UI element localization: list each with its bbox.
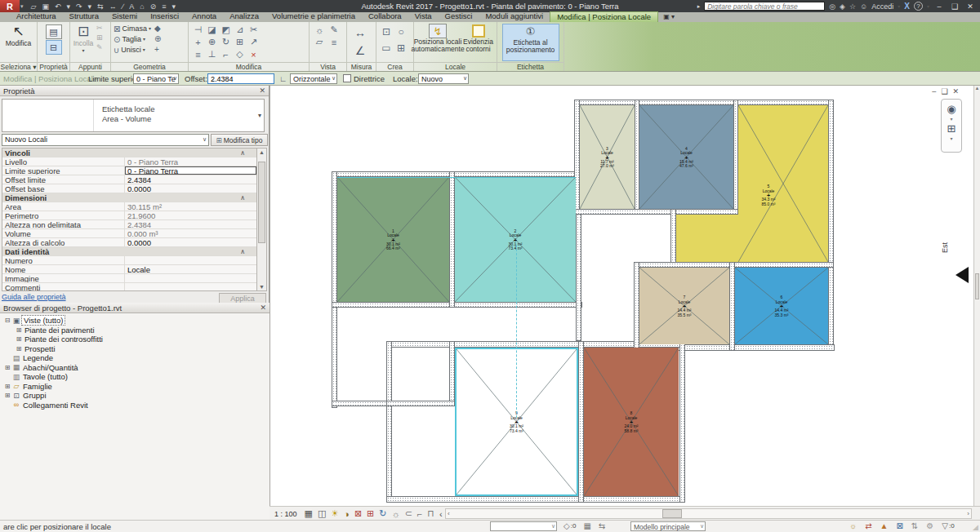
offset-input[interactable]	[207, 73, 274, 84]
type-properties-icon[interactable]: ⊟	[46, 40, 62, 55]
instance-selector[interactable]: Nuovo Locali	[2, 134, 209, 146]
scroll-right-icon[interactable]: ›	[967, 509, 969, 518]
room-5[interactable]: 5Locale+34.3 m²85.0 m³	[738, 105, 828, 262]
close-properties-icon[interactable]: ✕	[259, 86, 265, 95]
borrowed-elements-icon[interactable]: ⊠	[896, 521, 902, 530]
type-selector[interactable]: Etichetta locale Area - Volume ▾	[2, 99, 265, 132]
browser-item[interactable]: ⊞⊡Gruppi	[0, 391, 270, 401]
measure-icon[interactable]: ↔	[109, 2, 117, 11]
browser-item[interactable]: ⊞Piante dei pavimenti	[0, 326, 270, 335]
sync-icon[interactable]: ⇆	[97, 2, 104, 11]
rotate-icon[interactable]: ↻	[222, 37, 229, 47]
property-value[interactable]: 2.4384	[125, 220, 256, 228]
design-options-count-icon[interactable]: ◇:0	[564, 521, 576, 530]
panel-label-seleziona[interactable]: Seleziona ▾	[0, 62, 37, 71]
property-value[interactable]: 0.000 m³	[125, 229, 256, 237]
copy-tool-icon[interactable]: ⊕	[208, 37, 216, 47]
copy-icon[interactable]: ⊞	[96, 33, 103, 42]
show-crop-icon[interactable]: ⊞	[367, 508, 374, 519]
cutaway-icon[interactable]: ▱	[316, 37, 323, 47]
property-grid-scrollbar[interactable]: ▲ ▼	[256, 148, 267, 291]
ribbon-tab[interactable]: Sistemi	[105, 11, 144, 22]
save-icon[interactable]: ▣	[42, 2, 49, 11]
ribbon-tab[interactable]: Architettura	[10, 11, 63, 22]
room-tag[interactable]: 4Locale+19.4 m²47.6 m³	[639, 146, 733, 168]
visual-style-icon[interactable]: ◫	[318, 508, 326, 519]
wall-segment[interactable]	[574, 209, 738, 215]
elevation-marker-icon[interactable]	[956, 267, 969, 283]
room-4[interactable]: 4Locale+19.4 m²47.6 m³	[639, 105, 733, 209]
reveal-hidden-icon[interactable]: ☼	[392, 508, 400, 519]
reveal-constraints-icon[interactable]: ⊓	[427, 508, 434, 519]
expand-icon[interactable]: ⊞	[15, 345, 23, 352]
room-tag[interactable]: 2Locale+30.1 m²73.4 m³	[455, 228, 576, 250]
panel-label-crea[interactable]: Crea	[376, 62, 413, 71]
editable-only-icon[interactable]: ☼	[849, 521, 857, 530]
linework-icon[interactable]: ✎	[330, 24, 337, 35]
join-button[interactable]: ∪Unisci▾	[114, 45, 151, 55]
room-tag[interactable]: 6Locale+14.4 m²35.3 m³	[735, 295, 828, 317]
steering-wheel-icon[interactable]: ◉	[947, 103, 956, 115]
room-tag[interactable]: 8Locale+24.0 m²58.8 m³	[584, 411, 679, 433]
panel-label-modifica[interactable]: Modifica	[189, 62, 309, 71]
paint-icon[interactable]: +	[154, 45, 161, 54]
panel-label-proprieta[interactable]: Proprietà	[38, 62, 69, 71]
collapse-icon[interactable]: ⊟	[3, 317, 11, 324]
wall-segment[interactable]	[574, 100, 834, 105]
legend-component-icon[interactable]: ⊡	[382, 26, 390, 38]
search-communities-icon[interactable]: ◎	[829, 2, 835, 11]
open-icon[interactable]: ▱	[31, 2, 37, 11]
temporary-view-properties-icon[interactable]: ⌐	[417, 508, 422, 519]
minimize-button[interactable]: –	[933, 2, 945, 11]
collapse-icon[interactable]: ∧	[240, 149, 256, 157]
redo-menu-icon[interactable]: ▾	[88, 2, 92, 11]
sun-path-icon[interactable]: ☀	[331, 508, 339, 519]
split-icon[interactable]: ⊿	[236, 24, 243, 35]
paste-button[interactable]: ⊡ Incolla ▾	[73, 24, 94, 61]
measure-length-icon[interactable]: ↔	[354, 26, 366, 39]
sign-in-caret-icon[interactable]: ▾	[898, 3, 900, 9]
room-8[interactable]: 8Locale+24.0 m²58.8 m³	[584, 348, 679, 496]
wall-segment[interactable]	[449, 171, 455, 308]
property-value[interactable]	[125, 274, 256, 282]
wheel-menu-icon[interactable]: ▾	[950, 116, 952, 122]
expand-icon[interactable]: ⊞	[3, 383, 11, 390]
collapse-icon[interactable]: ∧	[240, 247, 256, 255]
redo-icon[interactable]: ↷	[76, 2, 82, 11]
room-1[interactable]: 1Locale+30.1 m²66.4 m³	[337, 177, 449, 302]
demolish-icon[interactable]: ⊕	[154, 34, 161, 43]
expand-icon[interactable]: ⊞	[3, 364, 11, 371]
wall-segment[interactable]	[634, 262, 639, 351]
properties-palette-header[interactable]: Proprietà ✕	[0, 86, 269, 96]
view-minimize-icon[interactable]: –	[932, 87, 936, 95]
press-drag-icon[interactable]: ⇅	[911, 521, 918, 530]
expand-icon[interactable]: ⊞	[3, 392, 11, 399]
panel-label-etichetta[interactable]: Etichetta	[497, 62, 564, 71]
revit-menu-caret-icon[interactable]: ▾	[20, 3, 24, 10]
collapse-icon[interactable]: ∧	[240, 193, 256, 202]
expand-icon[interactable]: ⊞	[15, 326, 23, 334]
browser-item[interactable]: ∞Collegamenti Revit	[0, 401, 270, 410]
wall-segment[interactable]	[332, 302, 582, 308]
mirror-pick-icon[interactable]: ◩	[221, 24, 229, 35]
assembly-icon[interactable]: ⊞	[397, 42, 405, 54]
property-value[interactable]	[125, 283, 256, 291]
leader-checkbox[interactable]	[343, 74, 351, 82]
wall-segment[interactable]	[729, 262, 735, 351]
expand-icon[interactable]: ⊞	[15, 335, 23, 343]
scroll-down-icon[interactable]: ▼	[257, 284, 266, 290]
view-scale-button[interactable]: 1 : 100	[274, 510, 301, 518]
wall-segment[interactable]	[578, 341, 584, 503]
property-value[interactable]: 0 - Piano Terra	[125, 157, 256, 166]
trim-icon[interactable]: ✂	[250, 24, 257, 35]
place-rooms-automatically-button[interactable]: ↯ Posiziona locali automaticamente	[416, 24, 459, 61]
scrollbar-thumb[interactable]	[975, 273, 979, 299]
properties-help-link[interactable]: Guida alle proprietà	[2, 293, 66, 301]
property-group-header[interactable]: Dimensioni∧	[2, 193, 256, 202]
ribbon-tab[interactable]: Struttura	[63, 11, 105, 22]
horizontal-scrollbar[interactable]: ‹ ›	[445, 508, 972, 519]
property-value[interactable]: 21.9600	[125, 211, 256, 219]
wall-segment[interactable]	[386, 341, 392, 503]
ribbon-tab[interactable]: Moduli aggiuntivi	[479, 11, 550, 22]
wall-joins-icon[interactable]: ◆	[154, 24, 161, 33]
